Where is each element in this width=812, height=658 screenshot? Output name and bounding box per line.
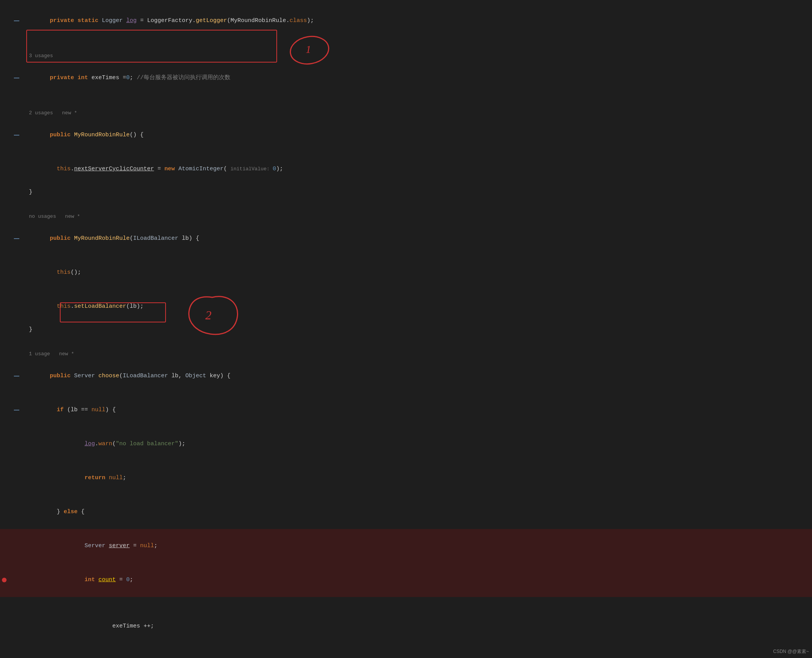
code-line: public MyRoundRobinRule(ILoadBalancer lb… — [0, 222, 812, 256]
code-line-exetimes: exeTimes ++; — [0, 609, 812, 643]
code-line-count: int count = 0; — [0, 563, 812, 597]
code-line-server: Server server = null; — [0, 529, 812, 563]
code-text: return null; — [21, 462, 812, 494]
code-text: this.setLoadBalancer(lb); — [21, 290, 812, 323]
meta-usages: 2 usages new * — [0, 107, 812, 118]
code-line-extimes: private int exeTimes =0; //每台服务器被访问执行调用的… — [0, 61, 812, 95]
code-line-blank — [0, 38, 812, 50]
code-text: while(true) { — [21, 656, 812, 658]
code-text: if (lb == null) { — [21, 394, 812, 426]
code-line: this(); — [0, 256, 812, 290]
code-text: exeTimes ++; — [21, 610, 812, 643]
gutter-dash-icon — [14, 20, 19, 21]
gutter-dash-icon — [14, 78, 19, 78]
code-text: private int exeTimes =0; //每台服务器被访问执行调用的… — [21, 62, 812, 94]
code-line-blank — [0, 198, 812, 211]
code-line-blank — [0, 643, 812, 656]
code-text: Server server = null; — [21, 530, 812, 562]
code-text: log.warn("no load balancer"); — [21, 428, 812, 460]
code-line: public MyRoundRobinRule() { — [0, 118, 812, 152]
code-text: public MyRoundRobinRule() { — [21, 119, 812, 151]
meta-usages: 1 usage new * — [0, 348, 812, 359]
code-text — [21, 644, 812, 655]
code-text: } — [21, 187, 812, 198]
breakpoint-icon — [2, 578, 7, 582]
code-line-blank — [0, 597, 812, 609]
code-text: int count = 0; — [21, 564, 812, 596]
code-text: } else { — [21, 496, 812, 528]
meta-usages: no usages new * — [0, 211, 812, 222]
code-line-blank — [0, 95, 812, 107]
code-text: private static Logger log = LoggerFactor… — [21, 5, 812, 37]
code-line: log.warn("no load balancer"); — [0, 427, 812, 461]
code-line: } else { — [0, 495, 812, 529]
gutter-dash-icon — [14, 376, 19, 376]
code-text — [21, 337, 812, 348]
code-line: } — [0, 324, 812, 336]
code-text: public Server choose(ILoadBalancer lb, O… — [21, 360, 812, 392]
code-text: } — [21, 324, 812, 335]
code-line: } — [0, 186, 812, 198]
code-line: if (lb == null) { — [0, 393, 812, 427]
code-text — [21, 96, 812, 107]
gutter-dash-icon — [14, 135, 19, 136]
code-text: this.nextServerCyclicCounter = new Atomi… — [21, 153, 812, 185]
gutter-dash-icon — [14, 410, 19, 410]
code-line: this.nextServerCyclicCounter = new Atomi… — [0, 152, 812, 186]
meta-usages: 3 usages — [0, 50, 812, 61]
watermark: CSDN @@素素~ — [773, 648, 809, 655]
code-text: this(); — [21, 256, 812, 289]
code-line: while(true) { — [0, 656, 812, 658]
code-editor: private static Logger log = LoggerFactor… — [0, 0, 812, 658]
code-line: return null; — [0, 461, 812, 495]
code-text — [21, 598, 812, 609]
code-text: public MyRoundRobinRule(ILoadBalancer lb… — [21, 222, 812, 255]
code-text — [21, 199, 812, 210]
code-text — [21, 39, 812, 49]
code-line-blank — [0, 336, 812, 348]
gutter-dash-icon — [14, 238, 19, 239]
code-line: public Server choose(ILoadBalancer lb, O… — [0, 359, 812, 393]
code-line: private static Logger log = LoggerFactor… — [0, 4, 812, 38]
code-line: this.setLoadBalancer(lb); — [0, 290, 812, 324]
